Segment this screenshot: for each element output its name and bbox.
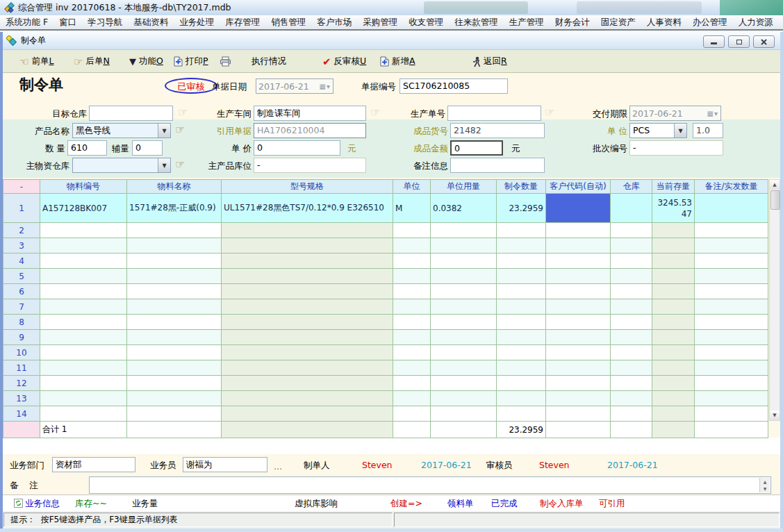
menu-item[interactable]: 生产管理 [504,17,550,28]
grid-cell[interactable] [546,299,611,315]
grid-cell[interactable] [431,299,497,315]
document-window-titlebar[interactable]: 制令单 [3,32,780,50]
grid-cell[interactable] [652,345,695,360]
grid-cell[interactable] [497,223,546,238]
grid-cell[interactable] [393,315,431,330]
grid-cell[interactable] [546,284,611,299]
grid-cell[interactable] [695,330,768,345]
menu-item[interactable]: 客户市场 [311,17,357,28]
scrollbar-thumb[interactable] [770,190,780,210]
grid-cell[interactable] [40,253,127,269]
next-doc-button[interactable]: ☞后单N [74,55,110,68]
menu-item[interactable]: 固定资产 [595,17,641,28]
grid-cell[interactable] [393,253,431,269]
hand-pointer-icon[interactable]: ☞ [370,106,380,119]
grid-cell[interactable] [40,284,127,299]
grid-cell[interactable] [497,391,546,406]
grid-cell[interactable] [611,360,652,376]
menu-item[interactable]: 采购管理 [357,17,403,28]
grid-cell[interactable] [127,315,222,330]
grid-header-cell[interactable]: 型号规格 [222,180,393,194]
grid-cell[interactable]: A157128BK007 [40,194,127,223]
restore-button[interactable] [728,35,750,48]
grid-row-number[interactable]: 13 [3,391,40,406]
dept-field[interactable]: 资材部 [52,457,135,472]
order-inbound-link[interactable]: 制令入库单 [540,498,584,510]
grid-header-cell[interactable]: 仓库 [611,180,652,194]
grid-cell[interactable] [40,391,127,406]
grid-cell[interactable] [222,299,393,315]
picking-list-link[interactable]: 领料单 [447,498,474,510]
grid-row-number[interactable]: 9 [3,330,40,345]
functions-button[interactable]: ▼功能O [129,55,163,68]
grid-cell[interactable] [40,406,127,422]
grid-cell[interactable] [695,238,768,253]
grid-cell[interactable] [222,376,393,391]
price-field[interactable]: 0 [254,140,340,156]
grid-cell[interactable] [695,253,768,269]
grid-cell[interactable] [127,376,222,391]
grid-cell[interactable] [393,238,431,253]
menu-item[interactable]: 销售管理 [265,17,311,28]
virtual-stock-label[interactable]: 虚拟库影响 [295,498,338,510]
grid-cell[interactable] [127,391,222,406]
grid-cell[interactable] [393,299,431,315]
menu-item[interactable]: 系统功能 F [0,17,53,28]
grid-cell[interactable] [431,406,497,422]
grid-cell[interactable] [546,315,611,330]
grid-cell[interactable] [611,345,652,360]
grid-cell[interactable] [393,223,431,238]
grid-cell[interactable] [546,223,611,238]
grid-row-number[interactable]: 1 [3,194,40,223]
remark-textarea[interactable]: ▲▼ [89,476,771,494]
grid-cell[interactable] [431,330,497,345]
grid-cell[interactable] [222,253,393,269]
grid-cell[interactable] [431,238,497,253]
grid-cell[interactable] [40,223,127,238]
grid-row-number[interactable]: 3 [3,238,40,253]
grid-cell[interactable] [127,223,222,238]
grid-cell[interactable] [546,391,611,406]
grid-cell[interactable] [695,299,768,315]
calendar-icon[interactable]: ▦▾ [707,110,718,117]
grid-cell[interactable] [652,223,695,238]
deadline-field[interactable]: 2017-06-21▦▾ [629,106,721,121]
grid-cell[interactable] [40,315,127,330]
grid-cell[interactable] [127,253,222,269]
material-warehouse-combo[interactable]: ▼ [72,158,171,173]
grid-cell[interactable] [497,299,546,315]
grid-cell[interactable] [40,345,127,360]
grid-header-cell[interactable]: - [3,180,40,194]
menu-item[interactable]: 学习导航 [82,17,128,28]
grid-cell[interactable] [611,253,652,269]
chevron-down-icon[interactable]: ▼ [674,124,686,138]
grid-cell[interactable] [695,391,768,406]
scroll-down-icon[interactable]: ▼ [770,410,780,420]
grid-cell[interactable] [431,253,497,269]
grid-header-cell[interactable]: 客户代码(自动) [546,180,611,194]
grid-cell[interactable] [611,376,652,391]
execution-status-button[interactable]: 执行情况 [252,55,286,68]
grid-cell[interactable] [127,360,222,376]
item-no-field[interactable]: 21482 [450,123,545,138]
grid-cell[interactable] [222,406,393,422]
grid-vertical-scrollbar[interactable]: ▲ ▼ [769,179,780,421]
unit-combo[interactable]: PCS▼ [629,123,687,138]
stock-link[interactable]: 库存~~ [75,498,107,510]
printer-button[interactable] [220,55,231,68]
qty-field[interactable]: 610 [67,140,107,156]
calendar-icon[interactable]: ▦▾ [320,83,331,90]
grid-cell[interactable] [222,223,393,238]
grid-cell[interactable] [222,391,393,406]
print-button[interactable]: 打印P [174,55,208,68]
grid-cell[interactable] [431,223,497,238]
grid-cell[interactable] [222,284,393,299]
grid-cell[interactable] [431,376,497,391]
grid-cell[interactable] [431,345,497,360]
chevron-down-icon[interactable]: ▼ [158,158,170,172]
grid-cell[interactable] [546,238,611,253]
menu-item[interactable]: 基础资料 [128,17,174,28]
grid-cell[interactable] [497,315,546,330]
add-new-button[interactable]: 新增A [380,55,415,68]
completed-link[interactable]: 已完成 [491,498,518,510]
